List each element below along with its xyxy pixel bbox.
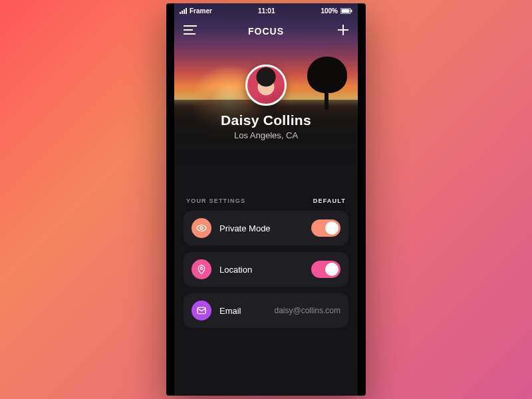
setting-label: Private Mode xyxy=(219,223,271,233)
eye-icon xyxy=(192,218,211,238)
status-time: 11:01 xyxy=(258,7,275,15)
location-toggle[interactable] xyxy=(311,261,340,278)
pin-icon xyxy=(192,259,211,279)
signal-icon xyxy=(180,8,187,14)
mail-icon xyxy=(192,301,211,321)
profile-location: Los Angeles, CA xyxy=(234,130,298,140)
private-mode-toggle[interactable] xyxy=(311,219,340,237)
setting-row-email[interactable]: Email daisy@collins.com xyxy=(184,293,348,328)
svg-point-8 xyxy=(200,227,203,229)
setting-label: Email xyxy=(219,306,241,316)
svg-rect-2 xyxy=(351,9,352,12)
settings-section: YOUR SETTINGS DEFAULT Private Mode Locat… xyxy=(174,190,358,344)
add-icon[interactable] xyxy=(338,25,348,38)
battery-label: 100% xyxy=(321,7,338,15)
page-title: FOCUS xyxy=(174,26,358,37)
menu-icon[interactable] xyxy=(184,25,197,37)
settings-section-label: YOUR SETTINGS xyxy=(186,198,245,204)
carrier-label: Framer xyxy=(190,7,212,15)
svg-rect-4 xyxy=(184,29,193,31)
svg-point-9 xyxy=(200,267,202,269)
screen: Framer 11:01 100% FOCUS Daisy Collins xyxy=(174,3,358,396)
profile-name: Daisy Collins xyxy=(221,112,311,128)
nav-bar: FOCUS xyxy=(174,18,358,45)
setting-row-location[interactable]: Location xyxy=(184,252,348,287)
avatar[interactable] xyxy=(245,65,287,106)
svg-rect-3 xyxy=(184,25,197,27)
setting-label: Location xyxy=(219,265,252,275)
setting-row-private-mode[interactable]: Private Mode xyxy=(184,211,348,245)
phone-frame: Framer 11:01 100% FOCUS Daisy Collins xyxy=(166,3,366,396)
profile-block: Daisy Collins Los Angeles, CA xyxy=(174,65,358,140)
status-bar: Framer 11:01 100% xyxy=(174,3,358,18)
svg-rect-1 xyxy=(342,9,350,13)
email-value: daisy@collins.com xyxy=(274,306,340,315)
svg-rect-5 xyxy=(184,33,196,35)
settings-default-button[interactable]: DEFAULT xyxy=(313,198,346,204)
battery-icon xyxy=(340,8,352,14)
svg-rect-7 xyxy=(338,29,348,31)
